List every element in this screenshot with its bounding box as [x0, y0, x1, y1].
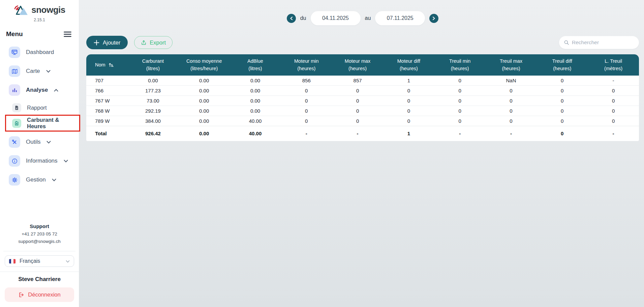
table-cell: 0	[281, 106, 332, 116]
table-cell: 0.00	[179, 95, 230, 106]
table-cell: 0	[434, 95, 486, 106]
chevron-down-icon	[47, 139, 51, 145]
language-select[interactable]: Français	[5, 255, 74, 267]
sort-icon	[109, 62, 114, 67]
chevron-up-icon	[54, 87, 58, 93]
report-icon	[12, 103, 21, 112]
table-cell: 0	[486, 106, 537, 116]
language-value: Français	[20, 258, 40, 264]
table-cell: 384.00	[127, 116, 179, 126]
table-cell: 0	[486, 95, 537, 106]
snowgis-logo-icon	[13, 4, 29, 16]
sidebar-item-carte[interactable]: Carte	[9, 65, 79, 77]
next-date-button[interactable]	[429, 14, 438, 23]
hamburger-icon[interactable]	[64, 31, 71, 37]
gear-icon	[9, 174, 20, 186]
sidebar-item-label: Analyse	[26, 87, 48, 93]
prev-date-button[interactable]	[287, 14, 296, 23]
table-row: 7070.000.000.0085685710NaN0-	[86, 76, 639, 86]
column-header: Moteur max(heures)	[332, 54, 383, 76]
table-row: 768 W292.190.000.000000000	[86, 106, 639, 116]
search-box	[559, 36, 639, 49]
table-cell: -	[332, 126, 383, 141]
column-header: AdBlue(litres)	[230, 54, 281, 76]
table-cell: 0.00	[179, 126, 230, 141]
table-cell: -	[588, 126, 639, 141]
table-cell: 767 W	[86, 95, 127, 106]
column-header: Moteur min(heures)	[281, 54, 332, 76]
table-cell: 0	[281, 95, 332, 106]
table-header: NomCarburant(litres)Conso moyenne(litres…	[86, 54, 639, 76]
chevron-down-icon	[52, 177, 56, 183]
table-cell: 0	[588, 116, 639, 126]
column-header: Conso moyenne(litres/heure)	[179, 54, 230, 76]
export-icon	[141, 40, 147, 46]
search-input[interactable]	[572, 39, 635, 46]
table-cell: 0	[536, 85, 588, 95]
sidebar-item-label: Carte	[26, 68, 40, 75]
support-title: Support	[0, 223, 79, 229]
sidebar-item-rapport[interactable]: Rapport	[12, 103, 79, 112]
table-cell: 926.42	[127, 126, 179, 141]
add-button[interactable]: Ajouter	[86, 36, 128, 49]
column-header: Carburant(litres)	[127, 54, 179, 76]
bar-chart-icon	[9, 84, 20, 96]
column-header: Treuil min(heures)	[434, 54, 486, 76]
dashboard-icon	[9, 47, 20, 58]
table-cell: 0.00	[179, 106, 230, 116]
table-cell: 0	[434, 85, 486, 95]
table-cell: 0.00	[179, 85, 230, 95]
support-block: Support +41 27 203 05 72 support@snowgis…	[0, 223, 79, 244]
sidebar-item-informations[interactable]: Informations	[9, 155, 79, 167]
table-cell: 0	[486, 85, 537, 95]
table-cell: 766	[86, 85, 127, 95]
chevron-down-icon	[64, 158, 68, 164]
table-cell: 0.00	[230, 106, 281, 116]
date-from-input[interactable]: 04.11.2025	[311, 11, 361, 25]
support-phone: +41 27 203 05 72	[0, 231, 79, 236]
table-cell: 40.00	[230, 116, 281, 126]
date-to-input[interactable]: 07.11.2025	[375, 11, 425, 25]
table-cell: 0	[332, 95, 383, 106]
add-button-label: Ajouter	[103, 39, 120, 46]
table-cell: 0	[588, 95, 639, 106]
sidebar-item-analyse[interactable]: Analyse	[9, 84, 79, 96]
sidebar-item-dashboard[interactable]: Dashboard	[9, 47, 79, 58]
data-table: NomCarburant(litres)Conso moyenne(litres…	[86, 54, 639, 141]
column-header: Treuil diff(heures)	[536, 54, 588, 76]
sidebar-item-carburant-heures[interactable]: Carburant & Heures	[12, 117, 79, 130]
table-cell: 0	[281, 85, 332, 95]
user-name: Steve Charriere	[0, 276, 79, 283]
column-header[interactable]: Nom	[86, 54, 127, 76]
table-cell: 0	[332, 106, 383, 116]
table-cell: 0	[486, 116, 537, 126]
app-version: 2.15.1	[0, 18, 79, 22]
chevron-down-icon	[66, 258, 70, 264]
divider	[3, 251, 75, 251]
logout-icon	[18, 292, 24, 298]
sidebar-item-label: Informations	[26, 158, 58, 164]
table-row: 767 W73.000.000.000000000	[86, 95, 639, 106]
app-name: snowgis	[31, 5, 65, 15]
divider	[0, 272, 79, 272]
table-cell: 0.00	[127, 76, 179, 86]
table-row: 766177.230.000.000000000	[86, 85, 639, 95]
export-button[interactable]: Export	[134, 36, 173, 49]
search-icon	[563, 39, 570, 46]
table-cell: 789 W	[86, 116, 127, 126]
menu-title: Menu	[6, 30, 23, 38]
table-cell: 0	[383, 106, 434, 116]
table-cell: 0	[332, 85, 383, 95]
table-cell: 0	[536, 126, 588, 141]
toolbar: Ajouter Export	[86, 36, 639, 49]
sidebar-item-label: Rapport	[27, 105, 47, 111]
table-cell: -	[281, 126, 332, 141]
sidebar-item-gestion[interactable]: Gestion	[9, 174, 79, 186]
tools-icon	[9, 136, 20, 148]
table-cell: 707	[86, 76, 127, 86]
logout-button[interactable]: Déconnexion	[5, 287, 74, 302]
table-cell: 0	[383, 116, 434, 126]
table-cell: 0	[536, 106, 588, 116]
table-header-row: NomCarburant(litres)Conso moyenne(litres…	[86, 54, 639, 76]
sidebar-item-outils[interactable]: Outils	[9, 136, 79, 148]
